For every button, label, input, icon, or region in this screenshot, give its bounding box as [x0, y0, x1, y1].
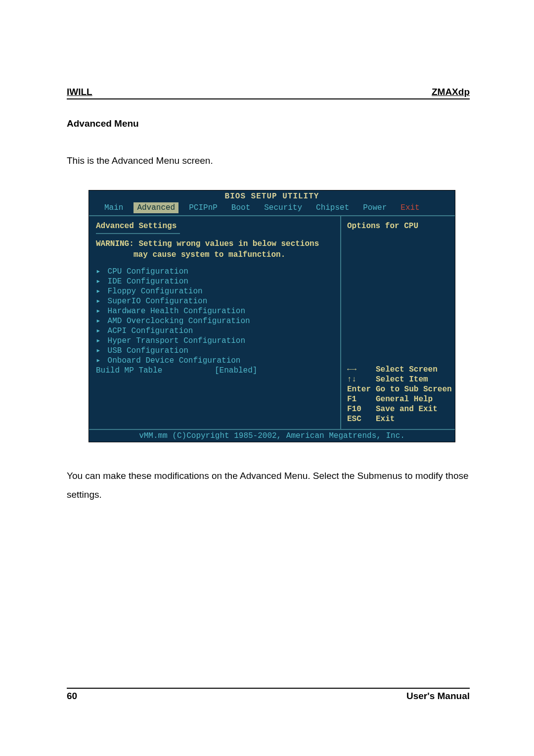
outro-text: You can make these modifications on the …: [67, 467, 470, 504]
divider: [96, 233, 180, 234]
key-name: ↑↓: [347, 375, 371, 384]
submenu-item[interactable]: ▸ Hardware Health Configuration: [96, 306, 333, 316]
key-desc: General Help: [376, 394, 433, 404]
submenu-item[interactable]: ▸ IDE Configuration: [96, 277, 333, 286]
key-name: ESC: [347, 414, 371, 424]
bios-title: BIOS SETUP UTILITY: [89, 190, 455, 201]
key-desc: Save and Exit: [376, 404, 438, 414]
triangle-right-icon: ▸: [96, 306, 103, 316]
setting-label: Build MP Table: [96, 366, 162, 375]
triangle-right-icon: ▸: [96, 326, 103, 336]
submenu-label: AMD Overclocking Configuration: [103, 317, 250, 326]
submenu-item[interactable]: ▸ Hyper Transport Configuration: [96, 336, 333, 346]
bios-copyright: vMM.mm (C)Copyright 1985-2002, American …: [89, 429, 455, 442]
tab-security[interactable]: Security: [261, 202, 306, 213]
tab-advanced[interactable]: Advanced: [134, 202, 178, 213]
triangle-right-icon: ▸: [96, 286, 103, 296]
submenu-item[interactable]: ▸ Onboard Device Configuration: [96, 356, 333, 366]
bios-right-panel: Options for CPU ←→Select Screen↑↓Select …: [341, 216, 455, 429]
triangle-right-icon: ▸: [96, 356, 103, 366]
submenu-label: SuperIO Configuration: [103, 297, 207, 306]
submenu-item[interactable]: ▸ SuperIO Configuration: [96, 296, 333, 306]
submenu-label: USB Configuration: [103, 346, 188, 355]
submenu-label: Hardware Health Configuration: [103, 307, 245, 316]
page-footer: 60 User's Manual: [67, 688, 470, 702]
bios-left-panel: Advanced Settings WARNING: Setting wrong…: [89, 216, 341, 429]
triangle-right-icon: ▸: [96, 336, 103, 346]
submenu-item[interactable]: ▸ AMD Overclocking Configuration: [96, 316, 333, 326]
submenu-label: ACPI Configuration: [103, 327, 193, 335]
key-help-row: ↑↓Select Item: [347, 375, 450, 384]
triangle-right-icon: ▸: [96, 316, 103, 326]
triangle-right-icon: ▸: [96, 267, 103, 277]
intro-text: This is the Advanced Menu screen.: [67, 154, 470, 168]
tab-boot[interactable]: Boot: [228, 202, 254, 213]
tab-exit[interactable]: Exit: [397, 202, 423, 213]
key-name: F1: [347, 394, 371, 404]
tab-chipset[interactable]: Chipset: [312, 202, 353, 213]
advanced-settings-heading: Advanced Settings: [96, 221, 333, 231]
key-desc: Exit: [376, 414, 395, 424]
key-help-row: F10Save and Exit: [347, 404, 450, 414]
manual-page: IWILL ZMAXdp Advanced Menu This is the A…: [0, 0, 534, 756]
submenu-label: Floppy Configuration: [103, 287, 203, 296]
tab-main[interactable]: Main: [101, 202, 127, 213]
submenu-label: CPU Configuration: [108, 267, 188, 276]
submenu-item[interactable]: ▸ USB Configuration: [96, 346, 333, 356]
submenu-item[interactable]: ▸ ACPI Configuration: [96, 326, 333, 336]
page-header: IWILL ZMAXdp: [67, 87, 470, 99]
key-help-row: F1General Help: [347, 394, 450, 404]
key-desc: Select Screen: [376, 365, 438, 375]
header-right: ZMAXdp: [432, 87, 470, 97]
submenu-item[interactable]: ▸ CPU Configuration: [96, 267, 333, 277]
section-title: Advanced Menu: [67, 118, 470, 129]
tab-power[interactable]: Power: [359, 202, 390, 213]
key-desc: Select Item: [376, 375, 428, 384]
triangle-right-icon: ▸: [96, 296, 103, 306]
setting-value: [Enabled]: [215, 366, 257, 376]
key-help-row: ←→Select Screen: [347, 365, 450, 375]
footer-label: User's Manual: [406, 691, 470, 702]
submenu-label: Hyper Transport Configuration: [103, 336, 245, 345]
bios-screenshot: BIOS SETUP UTILITY MainAdvancedPCIPnPBoo…: [89, 190, 455, 442]
submenu-label: IDE Configuration: [103, 277, 188, 286]
key-desc: Go to Sub Screen: [376, 384, 452, 394]
page-number: 60: [67, 691, 77, 702]
setting-row[interactable]: Build MP Table [Enabled]: [96, 366, 333, 376]
submenu-label: Onboard Device Configuration: [103, 356, 240, 365]
warning-line-1: WARNING: Setting wrong values in below s…: [96, 239, 333, 249]
key-help-row: EnterGo to Sub Screen: [347, 384, 450, 394]
key-name: ←→: [347, 365, 371, 375]
bios-submenu-list: ▸ CPU Configuration▸ IDE Configuration▸ …: [96, 267, 333, 366]
submenu-item[interactable]: ▸ Floppy Configuration: [96, 286, 333, 296]
bios-key-help: ←→Select Screen↑↓Select ItemEnterGo to S…: [347, 365, 450, 424]
triangle-right-icon: ▸: [96, 277, 103, 286]
options-heading: Options for CPU: [347, 221, 450, 231]
header-left: IWILL: [67, 87, 92, 97]
bios-tabs: MainAdvancedPCIPnPBootSecurityChipsetPow…: [89, 201, 455, 215]
key-help-row: ESCExit: [347, 414, 450, 424]
triangle-right-icon: ▸: [96, 346, 103, 356]
warning-line-2: may cause system to malfunction.: [96, 250, 333, 260]
tab-pcipnp[interactable]: PCIPnP: [185, 202, 221, 213]
key-name: F10: [347, 404, 371, 414]
key-name: Enter: [347, 384, 371, 394]
bios-panel: Advanced Settings WARNING: Setting wrong…: [89, 215, 455, 429]
